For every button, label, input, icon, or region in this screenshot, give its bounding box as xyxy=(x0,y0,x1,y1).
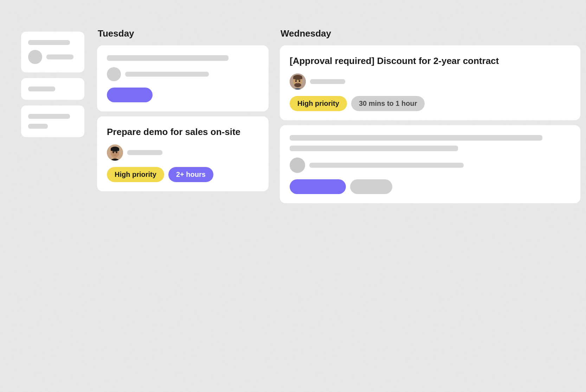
task-tags: High priority 2+ hours xyxy=(107,167,259,182)
wednesday-skeleton-card[interactable] xyxy=(280,125,580,203)
svg-point-17 xyxy=(295,81,297,82)
tuesday-cards: Prepare demo for sales on-site xyxy=(97,45,269,191)
svg-rect-8 xyxy=(112,151,115,152)
duration-tag: 30 mins to 1 hour xyxy=(351,96,425,111)
left-card-2[interactable] xyxy=(21,78,84,100)
skeleton-line xyxy=(28,86,55,91)
skeleton-line xyxy=(290,146,458,151)
skeleton-line xyxy=(28,114,70,119)
svg-point-7 xyxy=(116,152,117,153)
skeleton-line xyxy=(125,72,209,77)
col-left xyxy=(0,28,91,371)
left-card-1[interactable] xyxy=(21,32,84,72)
assignee-name-skeleton xyxy=(127,150,162,155)
skeleton-avatar xyxy=(107,67,121,81)
task-title: Prepare demo for sales on-site xyxy=(107,126,259,138)
tuesday-task-card[interactable]: Prepare demo for sales on-site xyxy=(97,116,269,191)
svg-rect-9 xyxy=(116,151,118,152)
wednesday-header: Wednesday xyxy=(280,28,580,39)
skeleton-line xyxy=(28,124,48,129)
left-card-3[interactable] xyxy=(21,105,84,137)
col-wednesday: Wednesday [Approval required] Discount f… xyxy=(274,28,586,371)
page-layout: Tuesday Prepare demo for sales on-site xyxy=(0,0,586,392)
skeleton-line xyxy=(46,54,73,59)
priority-tag: High priority xyxy=(107,167,164,182)
skeleton-line xyxy=(309,163,464,168)
task-tags: High priority 30 mins to 1 hour xyxy=(290,96,571,111)
svg-rect-19 xyxy=(295,80,297,81)
skeleton-avatar xyxy=(28,50,42,64)
assignee-name-skeleton xyxy=(310,79,345,84)
task-meta xyxy=(290,73,571,90)
task-title: [Approval required] Discount for 2-year … xyxy=(290,55,571,67)
skeleton-avatar xyxy=(290,158,305,173)
skeleton-tag-purple xyxy=(290,179,346,194)
svg-point-16 xyxy=(294,83,301,87)
skeleton-line xyxy=(290,135,542,141)
task-meta xyxy=(107,144,259,161)
col-tuesday: Tuesday Prepare demo for sales on-site xyxy=(91,28,274,371)
svg-point-6 xyxy=(112,152,114,153)
assignee-avatar xyxy=(290,73,306,90)
wednesday-task-card[interactable]: [Approval required] Discount for 2-year … xyxy=(280,45,580,120)
svg-rect-15 xyxy=(293,77,302,79)
tuesday-header: Tuesday xyxy=(97,28,269,39)
skeleton-tag xyxy=(107,88,153,102)
skeleton-line xyxy=(107,55,228,61)
svg-point-18 xyxy=(299,81,300,82)
skeleton-line xyxy=(28,40,70,45)
wednesday-cards: [Approval required] Discount for 2-year … xyxy=(280,45,580,203)
duration-tag: 2+ hours xyxy=(168,167,213,182)
svg-rect-5 xyxy=(111,149,119,151)
assignee-avatar xyxy=(107,144,123,161)
tuesday-skeleton-card[interactable] xyxy=(97,45,269,111)
skeleton-tag-gray xyxy=(350,179,392,194)
svg-point-21 xyxy=(297,82,298,83)
svg-rect-20 xyxy=(298,80,301,81)
priority-tag: High priority xyxy=(290,96,347,111)
